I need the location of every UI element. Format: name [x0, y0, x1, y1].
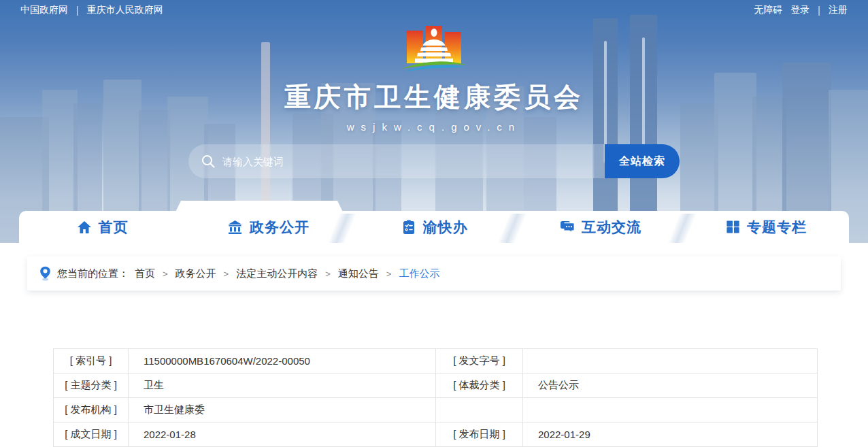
meta-value-genre: 公告公示 — [523, 374, 818, 398]
table-row: [ 成文日期 ] 2022-01-28 [ 发布日期 ] 2022-01-29 — [54, 423, 818, 447]
divider: | — [818, 5, 820, 16]
tab-label: 政务公开 — [250, 218, 310, 237]
meta-value-publish-date: 2022-01-29 — [523, 423, 818, 447]
breadcrumb-separator: > — [385, 269, 393, 279]
meta-value-written-date: 2022-01-28 — [129, 423, 436, 447]
search-submit-button[interactable]: 全站检索 — [605, 144, 680, 178]
meta-label-index-no: [ 索引号 ] — [54, 349, 129, 374]
meta-label-written-date: [ 成文日期 ] — [54, 423, 129, 447]
meta-label-empty — [436, 398, 523, 423]
tab-label: 互动交流 — [582, 218, 641, 237]
meta-label-genre: [ 体裁分类 ] — [436, 374, 523, 398]
tab-gov-disclosure[interactable]: 政务公开 — [185, 211, 351, 243]
site-logo-icon — [396, 23, 472, 76]
site-brand: 重庆市卫生健康委员会 wsjkw.cq.gov.cn — [0, 23, 868, 133]
document-meta-table: [ 索引号 ] 11500000MB1670604W/2022-00050 [ … — [53, 348, 818, 447]
table-row: [ 主题分类 ] 卫生 [ 体裁分类 ] 公告公示 — [54, 374, 818, 398]
breadcrumb-item-statutory-disclosure[interactable]: 法定主动公开内容 — [236, 267, 318, 280]
site-domain: wsjkw.cq.gov.cn — [347, 121, 521, 133]
bank-icon — [227, 219, 244, 235]
site-header: 中国政府网 | 重庆市人民政府网 无障碍 登录 | 注册 — [0, 0, 868, 243]
tab-special-columns[interactable]: 专题专栏 — [683, 211, 849, 243]
divider: | — [76, 5, 79, 16]
breadcrumb-separator: > — [324, 269, 332, 279]
link-china-gov[interactable]: 中国政府网 — [20, 4, 68, 16]
tab-label: 渝快办 — [423, 218, 468, 237]
main-nav: 首页 政务公开 — [19, 211, 849, 243]
tab-interaction[interactable]: 互动交流 — [517, 211, 683, 243]
breadcrumb: 您当前的位置： 首页 > 政务公开 > 法定主动公开内容 > 通知公告 > 工作… — [27, 256, 841, 291]
tab-home[interactable]: 首页 — [19, 211, 185, 243]
breadcrumb-separator: > — [222, 269, 231, 279]
chat-icon — [558, 219, 575, 235]
page: 中国政府网 | 重庆市人民政府网 无障碍 登录 | 注册 — [0, 0, 868, 447]
tab-label: 首页 — [99, 218, 129, 237]
breadcrumb-item-home[interactable]: 首页 — [135, 267, 155, 280]
search-input[interactable] — [222, 156, 598, 167]
home-icon — [76, 219, 93, 235]
tab-label: 专题专栏 — [747, 218, 807, 237]
meta-label-topic: [ 主题分类 ] — [54, 374, 129, 398]
meta-label-doc-no: [ 发文字号 ] — [436, 349, 523, 374]
site-search: 全站检索 — [188, 144, 680, 178]
top-utility-bar: 中国政府网 | 重庆市人民政府网 无障碍 登录 | 注册 — [0, 0, 868, 20]
meta-value-topic: 卫生 — [129, 374, 436, 398]
grid-icon — [725, 219, 741, 235]
meta-value-issuer: 市卫生健康委 — [129, 398, 436, 423]
breadcrumb-item-notices[interactable]: 通知公告 — [338, 267, 379, 280]
link-register[interactable]: 注册 — [829, 4, 848, 16]
location-pin-icon — [39, 266, 51, 281]
breadcrumb-separator: > — [161, 269, 169, 279]
meta-label-issuer: [ 发布机构 ] — [54, 398, 129, 423]
table-row: [ 发布机构 ] 市卫生健康委 — [54, 398, 818, 423]
table-row: [ 索引号 ] 11500000MB1670604W/2022-00050 [ … — [54, 349, 818, 374]
breadcrumb-prefix: 您当前的位置： — [57, 267, 129, 280]
search-icon — [201, 154, 216, 169]
checklist-icon — [401, 219, 417, 235]
search-box[interactable] — [188, 144, 605, 178]
link-accessibility[interactable]: 无障碍 — [754, 4, 782, 16]
meta-value-empty — [523, 398, 818, 423]
main-content: 您当前的位置： 首页 > 政务公开 > 法定主动公开内容 > 通知公告 > 工作… — [0, 256, 868, 447]
meta-label-publish-date: [ 发布日期 ] — [436, 423, 523, 447]
link-login[interactable]: 登录 — [790, 4, 809, 16]
site-title: 重庆市卫生健康委员会 — [284, 79, 584, 116]
meta-value-doc-no — [523, 349, 818, 374]
breadcrumb-item-gov-disclosure[interactable]: 政务公开 — [176, 267, 216, 280]
link-chongqing-gov[interactable]: 重庆市人民政府网 — [87, 4, 163, 16]
meta-value-index-no: 11500000MB1670604W/2022-00050 — [129, 349, 436, 374]
tab-yukuaiban[interactable]: 渝快办 — [351, 211, 517, 243]
breadcrumb-item-current[interactable]: 工作公示 — [399, 267, 439, 280]
